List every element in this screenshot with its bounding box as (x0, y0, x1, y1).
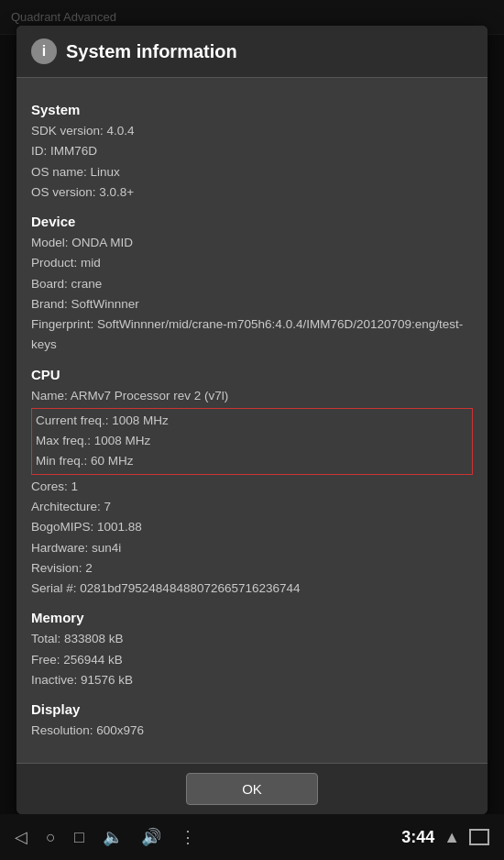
device-product: Product: mid (31, 253, 473, 273)
memory-total: Total: 833808 kB (31, 629, 473, 649)
cpu-name: Name: ARMv7 Processor rev 2 (v7l) (31, 386, 473, 406)
cpu-cores: Cores: 1 (31, 477, 473, 497)
cpu-min-freq: Min freq.: 60 MHz (36, 451, 468, 471)
dialog-footer: OK (16, 763, 488, 814)
section-cpu: CPU Name: ARMv7 Processor rev 2 (v7l) Cu… (31, 367, 473, 600)
device-id: ID: IMM76D (31, 141, 473, 161)
display-resolution: Resolution: 600x976 (31, 721, 473, 741)
section-system: System SDK version: 4.0.4 ID: IMM76D OS … (31, 102, 473, 203)
cpu-freq-highlight: Current freq.: 1008 MHz Max freq.: 1008 … (31, 408, 473, 475)
cpu-section-title: CPU (31, 367, 473, 382)
system-info-dialog: i System information System SDK version:… (16, 26, 488, 814)
ok-button[interactable]: OK (186, 773, 318, 805)
device-board: Board: crane (31, 274, 473, 294)
nav-right: 3:44 ▲ (401, 828, 489, 847)
cpu-bogomips: BogoMIPS: 1001.88 (31, 517, 473, 537)
back-button[interactable]: ◁ (15, 827, 27, 847)
section-display: Display Resolution: 600x976 (31, 701, 473, 741)
dialog-body[interactable]: System SDK version: 4.0.4 ID: IMM76D OS … (16, 78, 488, 763)
home-button[interactable]: ○ (46, 828, 56, 847)
volume-down-icon[interactable]: 🔈 (103, 827, 123, 847)
section-device: Device Model: ONDA MID Product: mid Boar… (31, 214, 473, 356)
cpu-max-freq: Max freq.: 1008 MHz (36, 431, 468, 451)
device-section-title: Device (31, 214, 473, 229)
cpu-serial: Serial #: 0281bd795248484880726657162367… (31, 579, 473, 599)
nav-left: ◁ ○ □ 🔈 🔊 ⋮ (15, 827, 196, 847)
memory-inactive: Inactive: 91576 kB (31, 670, 473, 690)
device-fingerprint: Fingerprint: SoftWinnner/mid/crane-m705h… (31, 314, 473, 356)
time-display: 3:44 (401, 828, 434, 847)
device-brand: Brand: SoftWinnner (31, 294, 473, 314)
recent-apps-button[interactable]: □ (74, 828, 84, 847)
signal-icon (469, 829, 489, 845)
system-section-title: System (31, 102, 473, 117)
display-section-title: Display (31, 701, 473, 717)
memory-free: Free: 256944 kB (31, 650, 473, 670)
device-model: Model: ONDA MID (31, 233, 473, 253)
wifi-icon: ▲ (444, 828, 460, 847)
info-icon: i (31, 39, 57, 64)
cpu-revision: Revision: 2 (31, 558, 473, 579)
os-name: OS name: Linux (31, 162, 473, 182)
menu-icon[interactable]: ⋮ (180, 827, 196, 847)
volume-up-icon[interactable]: 🔊 (141, 827, 161, 847)
memory-section-title: Memory (31, 610, 473, 625)
cpu-current-freq: Current freq.: 1008 MHz (36, 411, 468, 431)
dialog-header: i System information (16, 26, 488, 78)
dialog-title: System information (66, 41, 237, 62)
nav-bar: ◁ ○ □ 🔈 🔊 ⋮ 3:44 ▲ (0, 814, 504, 860)
cpu-architecture: Architecture: 7 (31, 497, 473, 517)
os-version: OS version: 3.0.8+ (31, 182, 473, 203)
sdk-version: SDK version: 4.0.4 (31, 121, 473, 141)
section-memory: Memory Total: 833808 kB Free: 256944 kB … (31, 610, 473, 690)
cpu-hardware: Hardware: sun4i (31, 538, 473, 558)
